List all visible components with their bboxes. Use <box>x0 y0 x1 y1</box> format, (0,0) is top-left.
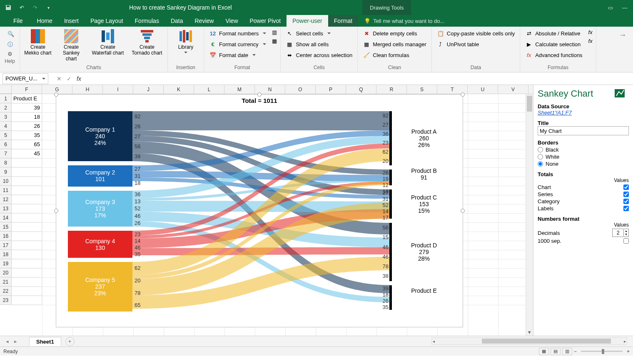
row-header[interactable]: 8 <box>0 158 12 167</box>
next-arrow-icon[interactable]: → <box>619 31 626 40</box>
view-normal-icon[interactable]: ▦ <box>539 348 549 355</box>
col-header[interactable]: P <box>316 85 346 94</box>
library-button[interactable]: Library <box>171 28 200 53</box>
cell[interactable]: 26 <box>12 122 42 131</box>
tab-formulas[interactable]: Formulas <box>129 15 165 27</box>
row-header[interactable]: 5 <box>0 131 12 140</box>
format-date[interactable]: 📅Format date <box>207 50 268 60</box>
cell[interactable]: 35 <box>12 131 42 140</box>
show-all-cells[interactable]: ▦Show all cells <box>284 39 354 49</box>
create-tornado-chart[interactable]: CreateTornado chart <box>130 28 164 56</box>
tab-view[interactable]: View <box>219 15 244 27</box>
col-header[interactable]: I <box>103 85 133 94</box>
row-header[interactable]: 18 <box>0 250 12 259</box>
sep-check[interactable] <box>623 238 629 244</box>
scroll-thumb[interactable] <box>527 96 532 112</box>
chart-title-input[interactable] <box>538 126 629 135</box>
qat-dropdown-icon[interactable]: ▾ <box>42 2 54 13</box>
row-header[interactable]: 12 <box>0 195 12 204</box>
col-header[interactable]: L <box>194 85 224 94</box>
absolute-relative[interactable]: ⇄Absolute / Relative <box>523 28 584 38</box>
create-waterfall-chart[interactable]: CreateWaterfall chart <box>90 28 126 56</box>
row-header[interactable]: 17 <box>0 241 12 250</box>
cell[interactable] <box>12 186 42 195</box>
cell[interactable] <box>12 277 42 287</box>
row-header[interactable]: 4 <box>0 122 12 131</box>
tot-series-check[interactable] <box>623 192 629 197</box>
row-header[interactable]: 19 <box>0 259 12 268</box>
col-header[interactable]: Q <box>346 85 376 94</box>
calculate-selection[interactable]: ▶Calculate selection <box>523 39 584 49</box>
row-header[interactable]: 9 <box>0 167 12 177</box>
cell[interactable] <box>12 268 42 277</box>
row-header[interactable]: 15 <box>0 222 12 232</box>
scroll-down-icon[interactable]: ▾ <box>526 328 533 336</box>
border-none-radio[interactable]: None <box>538 161 629 167</box>
tab-format[interactable]: Format <box>328 15 358 27</box>
resize-handle[interactable] <box>257 92 262 97</box>
col-header[interactable]: S <box>407 85 437 94</box>
cell[interactable]: Product E <box>12 94 42 103</box>
merge-icon[interactable]: ▦ <box>272 38 277 44</box>
row-header[interactable]: 23 <box>0 296 12 305</box>
col-header[interactable]: H <box>72 85 103 94</box>
cell[interactable] <box>12 259 42 268</box>
row-header[interactable]: 22 <box>0 287 12 296</box>
tab-home[interactable]: Home <box>31 15 58 27</box>
cancel-formula-icon[interactable]: ✕ <box>57 75 62 82</box>
row-header[interactable]: 13 <box>0 204 12 213</box>
col-header[interactable]: F <box>12 85 42 94</box>
undo-icon[interactable]: ↶ <box>16 2 27 13</box>
select-cells[interactable]: ↖Select cells <box>284 28 354 38</box>
row-header[interactable]: 16 <box>0 232 12 241</box>
cell[interactable]: 45 <box>12 149 42 158</box>
save-icon[interactable] <box>2 2 14 13</box>
cell[interactable] <box>12 177 42 186</box>
cell[interactable]: 18 <box>12 112 42 122</box>
column-icon[interactable]: ▥ <box>272 29 277 35</box>
sankey-chart-object[interactable]: Total = 1011 Company 124024%9226275639Co… <box>56 94 463 327</box>
col-header[interactable]: K <box>164 85 194 94</box>
col-header[interactable]: V <box>498 85 528 94</box>
format-numbers[interactable]: 12Format numbers <box>207 28 268 38</box>
copy-paste-visible[interactable]: 📋Copy-paste visible cells only <box>435 28 516 38</box>
resize-handle[interactable] <box>461 92 465 97</box>
format-currency[interactable]: €Format currency <box>207 39 268 49</box>
clean-formulas[interactable]: 🧹Clean formulas <box>361 50 428 60</box>
col-header[interactable]: M <box>224 85 255 94</box>
tab-power-user[interactable]: Power-user <box>287 15 328 27</box>
ribbon-display-icon[interactable]: ▭ <box>605 2 616 13</box>
row-header[interactable]: 7 <box>0 149 12 158</box>
accept-formula-icon[interactable]: ✓ <box>67 75 72 82</box>
formula-input[interactable] <box>86 73 633 84</box>
row-header[interactable]: 6 <box>0 140 12 149</box>
resize-handle[interactable] <box>54 92 58 97</box>
col-header[interactable]: O <box>285 85 316 94</box>
merged-cells-manager[interactable]: ▦Merged cells manager <box>361 39 428 49</box>
row-header[interactable]: 11 <box>0 186 12 195</box>
delete-empty-cells[interactable]: ✖Delete empty cells <box>361 28 428 38</box>
zoom-out-icon[interactable]: − <box>574 349 577 354</box>
row-header[interactable]: 3 <box>0 112 12 122</box>
chart-type-icon[interactable] <box>614 88 629 102</box>
zoom-in-icon[interactable]: + <box>627 349 630 354</box>
spin-down-icon[interactable]: ▼ <box>624 233 628 236</box>
data-source-link[interactable]: Sheet1'!A1:F7 <box>538 110 629 116</box>
cell[interactable] <box>12 241 42 250</box>
create-sankey-chart[interactable]: CreateSankey chart <box>57 28 86 62</box>
tot-chart-check[interactable] <box>623 184 629 190</box>
tot-category-check[interactable] <box>623 199 629 204</box>
tab-power-pivot[interactable]: Power Pivot <box>244 15 287 27</box>
row-header[interactable]: 21 <box>0 277 12 287</box>
tot-labels-check[interactable] <box>623 206 629 211</box>
cell[interactable] <box>12 158 42 167</box>
col-header[interactable]: U <box>468 85 498 94</box>
center-across-selection[interactable]: ⬌Center across selection <box>284 50 354 60</box>
gear-icon[interactable]: ⚙ <box>7 51 15 58</box>
cell[interactable] <box>12 296 42 305</box>
tab-page-layout[interactable]: Page Layout <box>85 15 129 27</box>
cell[interactable] <box>12 167 42 177</box>
row-header[interactable]: 20 <box>0 268 12 277</box>
worksheet-grid[interactable]: FGHIJKLMNOPQRSTUV 1234567891011121314151… <box>0 85 533 336</box>
tab-insert[interactable]: Insert <box>58 15 85 27</box>
